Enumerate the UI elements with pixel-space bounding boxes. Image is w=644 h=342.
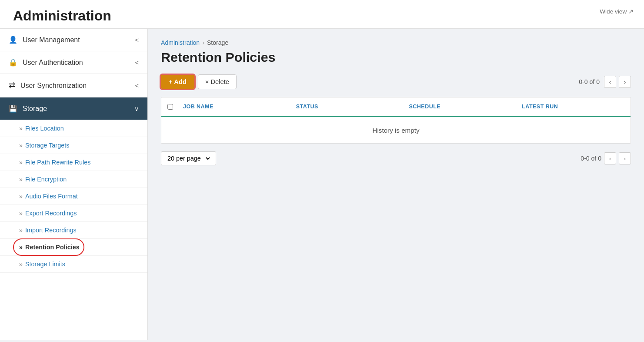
auth-icon xyxy=(9,58,17,67)
chevron-icon-sync: < xyxy=(135,82,139,89)
per-page-select-input[interactable]: 10 per page 20 per page 50 per page 100 … xyxy=(166,154,211,162)
sidebar-item-file-path-rewrite[interactable]: File Path Rewrite Rules xyxy=(0,154,147,171)
user-icon xyxy=(9,36,17,44)
page-title: Administration xyxy=(13,8,631,24)
breadcrumb-parent[interactable]: Administration xyxy=(161,39,200,46)
next-page-button-bottom[interactable]: › xyxy=(619,152,631,164)
sidebar-item-storage[interactable]: Storage ∨ xyxy=(0,97,147,120)
per-page-selector[interactable]: 10 per page 20 per page 50 per page 100 … xyxy=(161,151,216,165)
sidebar-item-user-management[interactable]: User Management < xyxy=(0,29,147,51)
storage-submenu: Files Location Storage Targets File Path… xyxy=(0,120,147,273)
export-recordings-label: Export Recordings xyxy=(25,210,77,217)
sidebar-item-export-recordings[interactable]: Export Recordings xyxy=(0,205,147,222)
chevron-icon-auth: < xyxy=(135,59,139,66)
pagination-bottom: 0-0 of 0 ‹ › xyxy=(581,152,631,164)
storage-icon xyxy=(9,104,17,113)
sidebar-item-file-encryption[interactable]: File Encryption xyxy=(0,171,147,188)
import-recordings-label: Import Recordings xyxy=(25,227,77,234)
pagination-top: 0-0 of 0 ‹ › xyxy=(579,76,631,88)
sidebar-item-storage-targets[interactable]: Storage Targets xyxy=(0,137,147,154)
retention-policies-label: Retention Policies xyxy=(25,244,80,251)
files-location-label: Files Location xyxy=(25,125,64,132)
main-content: Administration › Storage Retention Polic… xyxy=(148,29,644,340)
content-title: Retention Policies xyxy=(161,50,631,65)
file-path-rewrite-label: File Path Rewrite Rules xyxy=(25,159,90,166)
select-all-checkbox[interactable] xyxy=(167,104,173,110)
sidebar-label-storage: Storage xyxy=(23,105,47,113)
sidebar-item-storage-limits[interactable]: Storage Limits xyxy=(0,256,147,273)
data-table: JOB NAME STATUS SCHEDULE LATEST RUN Hist… xyxy=(161,97,631,144)
sidebar-item-user-synchronization[interactable]: User Synchronization < xyxy=(0,74,147,97)
pagination-count-bottom: 0-0 of 0 xyxy=(581,155,601,162)
col-job-name: JOB NAME xyxy=(179,102,292,111)
col-latest-run: LATEST RUN xyxy=(517,102,631,111)
chevron-icon-storage: ∨ xyxy=(134,105,139,112)
audio-files-format-label: Audio Files Format xyxy=(25,193,78,200)
sidebar-label-user-management: User Management xyxy=(23,36,80,44)
sidebar-item-audio-files-format[interactable]: Audio Files Format xyxy=(0,188,147,205)
sidebar-item-user-authentication[interactable]: User Authentication < xyxy=(0,51,147,74)
sidebar-item-import-recordings[interactable]: Import Recordings xyxy=(0,222,147,239)
toolbar: + Add × Delete 0-0 of 0 ‹ › xyxy=(161,74,631,89)
breadcrumb: Administration › Storage xyxy=(161,39,631,46)
file-encryption-label: File Encryption xyxy=(25,176,67,183)
col-schedule: SCHEDULE xyxy=(405,102,518,111)
storage-limits-label: Storage Limits xyxy=(25,261,65,268)
storage-targets-label: Storage Targets xyxy=(25,142,69,149)
prev-page-button-top[interactable]: ‹ xyxy=(604,76,616,88)
table-header-checkbox[interactable] xyxy=(161,102,179,111)
delete-button[interactable]: × Delete xyxy=(198,74,237,89)
table-header: JOB NAME STATUS SCHEDULE LATEST RUN xyxy=(161,97,631,117)
next-page-button-top[interactable]: › xyxy=(619,76,631,88)
chevron-icon: < xyxy=(135,37,139,44)
sidebar: User Management < User Authentication < … xyxy=(0,29,148,340)
breadcrumb-current: Storage xyxy=(207,39,228,46)
col-status: STATUS xyxy=(292,102,405,111)
table-body-empty: History is empty xyxy=(161,117,631,143)
sidebar-label-user-sync: User Synchronization xyxy=(20,82,87,90)
sidebar-item-files-location[interactable]: Files Location xyxy=(0,120,147,137)
prev-page-button-bottom[interactable]: ‹ xyxy=(604,152,616,164)
sidebar-item-retention-policies[interactable]: Retention Policies xyxy=(0,239,147,256)
bottom-bar: 10 per page 20 per page 50 per page 100 … xyxy=(161,151,631,165)
sidebar-label-user-authentication: User Authentication xyxy=(23,59,83,67)
wide-view-button[interactable]: Wide view xyxy=(600,8,634,15)
empty-message: History is empty xyxy=(372,127,419,134)
breadcrumb-separator: › xyxy=(202,39,204,46)
add-button[interactable]: + Add xyxy=(161,75,194,89)
sync-icon xyxy=(9,81,15,90)
pagination-count-top: 0-0 of 0 xyxy=(579,78,600,85)
